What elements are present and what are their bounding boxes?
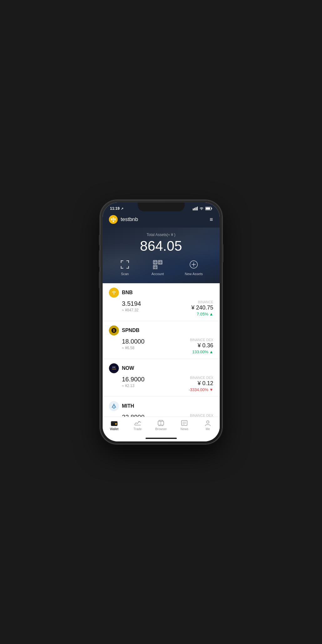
scan-button[interactable]: Scan xyxy=(119,259,130,276)
svg-rect-2 xyxy=(196,207,197,210)
spndb-change: 133.00% ▲ xyxy=(190,350,213,354)
mith-exchange: BINANCE DEX xyxy=(190,414,213,417)
svg-text:$: $ xyxy=(113,329,115,332)
asset-item-mith[interactable]: MITH 22.8900 ≈ ¥8.02 BINANCE DEX ¥ 0.35 … xyxy=(103,397,220,417)
svg-rect-6 xyxy=(206,208,210,210)
spndb-cny: ≈ ¥6.58 xyxy=(122,346,145,350)
svg-rect-27 xyxy=(154,266,155,267)
home-indicator xyxy=(103,436,220,441)
svg-rect-16 xyxy=(153,260,157,264)
svg-rect-29 xyxy=(154,268,155,269)
svg-rect-45 xyxy=(135,425,141,425)
svg-rect-1 xyxy=(194,208,195,210)
new-assets-icon xyxy=(188,259,199,270)
spndb-price: ¥ 0.36 xyxy=(190,342,213,349)
nav-browser[interactable]: Browser xyxy=(149,420,173,431)
account-button[interactable]: Account xyxy=(151,259,164,276)
news-nav-icon xyxy=(181,420,188,426)
battery-icon xyxy=(205,207,212,210)
total-assets-label: Total Assets(≈ ¥ ) xyxy=(109,233,213,237)
status-time: 11:19 ↗ xyxy=(110,206,124,211)
bnb-icon xyxy=(109,288,119,298)
svg-rect-26 xyxy=(153,265,157,269)
svg-rect-25 xyxy=(161,263,161,264)
bnb-cny: ≈ ¥847.32 xyxy=(122,308,141,312)
asset-list: BNB 3.5194 ≈ ¥847.32 Binance ¥ 240.75 7.… xyxy=(103,283,220,417)
spndb-balance: 18.0000 xyxy=(122,338,145,345)
mith-balance: 22.8900 xyxy=(122,414,145,417)
now-icon: NOW TOKEN xyxy=(109,363,119,373)
svg-rect-17 xyxy=(154,261,155,262)
svg-rect-11 xyxy=(128,260,129,263)
svg-rect-15 xyxy=(126,268,129,269)
asset-item-spndb[interactable]: $ SPNDB 18.0000 ≈ ¥6.58 BINANCE DEX ¥ 0.… xyxy=(103,321,220,359)
bnb-symbol: BNB xyxy=(122,290,133,295)
app-name: testbnb xyxy=(121,216,138,223)
now-symbol: NOW xyxy=(122,365,134,371)
notch xyxy=(138,203,185,211)
mute-button xyxy=(99,234,100,245)
mith-icon xyxy=(109,401,119,411)
svg-rect-3 xyxy=(197,207,198,210)
svg-rect-47 xyxy=(159,420,163,421)
svg-rect-20 xyxy=(156,263,156,264)
svg-marker-39 xyxy=(112,404,116,408)
now-cny: ≈ ¥2.13 xyxy=(122,384,145,388)
bnb-price: ¥ 240.75 xyxy=(191,304,213,311)
me-nav-icon xyxy=(204,420,211,426)
bnb-logo xyxy=(109,215,118,224)
account-label: Account xyxy=(151,272,164,276)
header-left: testbnb xyxy=(109,215,138,224)
signal-icon xyxy=(193,207,198,210)
mith-symbol: MITH xyxy=(122,403,134,409)
svg-rect-21 xyxy=(158,260,162,264)
nav-wallet[interactable]: Wallet xyxy=(103,420,126,431)
now-price: ¥ 0.12 xyxy=(189,380,213,387)
svg-rect-0 xyxy=(193,209,194,210)
svg-rect-9 xyxy=(121,260,121,263)
svg-rect-24 xyxy=(159,263,160,264)
hero-section: Total Assets(≈ ¥ ) 864.05 xyxy=(103,228,220,283)
spndb-icon: $ xyxy=(109,325,119,335)
trade-nav-label: Trade xyxy=(134,427,142,431)
spndb-exchange: BINANCE DEX xyxy=(190,338,213,342)
now-change: -3334.00% ▼ xyxy=(189,387,213,392)
trade-nav-icon xyxy=(134,420,141,426)
svg-rect-28 xyxy=(156,266,156,267)
now-exchange: BINANCE DEX xyxy=(189,376,213,380)
bnb-exchange: Binance xyxy=(191,300,213,304)
wallet-nav-label: Wallet xyxy=(110,427,118,431)
home-bar xyxy=(146,438,177,439)
nav-me[interactable]: Me xyxy=(196,420,220,431)
svg-rect-30 xyxy=(156,268,156,269)
nav-trade[interactable]: Trade xyxy=(126,420,149,431)
svg-point-54 xyxy=(207,421,209,423)
power-button xyxy=(222,244,223,263)
new-assets-button[interactable]: New Assets xyxy=(185,259,203,276)
news-nav-label: News xyxy=(181,427,188,431)
svg-rect-13 xyxy=(121,268,123,269)
svg-text:NOW: NOW xyxy=(112,366,115,368)
nav-news[interactable]: News xyxy=(173,420,196,431)
svg-rect-18 xyxy=(154,263,155,264)
total-assets-value: 864.05 xyxy=(109,238,213,254)
svg-rect-19 xyxy=(156,261,156,262)
volume-up-button xyxy=(99,250,100,267)
browser-nav-icon xyxy=(157,420,164,426)
bnb-balance: 3.5194 xyxy=(122,300,141,307)
new-assets-label: New Assets xyxy=(185,272,203,276)
scan-icon xyxy=(119,259,130,270)
me-nav-label: Me xyxy=(206,427,210,431)
bnb-change: 7.05% ▲ xyxy=(191,312,213,316)
wallet-nav-icon xyxy=(111,420,118,426)
bottom-nav: Wallet Trade xyxy=(103,417,220,436)
scan-label: Scan xyxy=(121,272,129,276)
account-icon xyxy=(152,259,163,270)
asset-item-bnb[interactable]: BNB 3.5194 ≈ ¥847.32 Binance ¥ 240.75 7.… xyxy=(103,283,220,321)
volume-down-button xyxy=(99,271,100,289)
menu-button[interactable]: ≡ xyxy=(210,217,213,222)
phone-frame: 11:19 ↗ xyxy=(100,200,222,444)
asset-item-now[interactable]: NOW TOKEN NOW 16.9000 ≈ ¥2.13 BINANCE DE… xyxy=(103,359,220,397)
spndb-symbol: SPNDB xyxy=(122,328,140,333)
svg-rect-23 xyxy=(161,261,161,262)
